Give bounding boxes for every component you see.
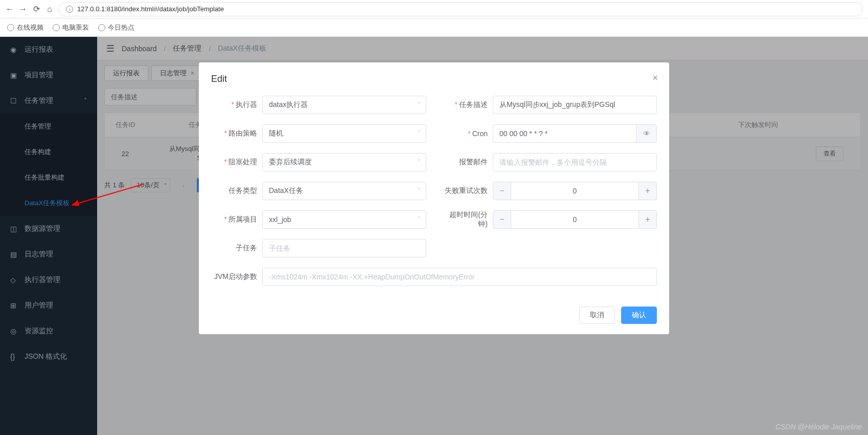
- increase-button[interactable]: +: [638, 210, 657, 229]
- modal-title: Edit: [211, 74, 657, 84]
- jvm-input[interactable]: [262, 268, 657, 286]
- label-type: 任务类型: [211, 186, 257, 195]
- label-block: *阻塞处理: [211, 158, 257, 167]
- url-text: 127.0.0.1:8180/index.html#/datax/job/job…: [77, 5, 224, 13]
- alert-input[interactable]: [493, 153, 657, 171]
- label-timeout: 超时时间(分钟): [442, 210, 488, 229]
- label-cron: *Cron: [442, 129, 488, 138]
- cancel-button[interactable]: 取消: [579, 307, 615, 324]
- block-select[interactable]: 委弃后续调度˅: [262, 153, 426, 171]
- forward-icon[interactable]: →: [18, 5, 28, 14]
- decrease-button[interactable]: −: [493, 182, 511, 200]
- decrease-button[interactable]: −: [493, 210, 511, 229]
- home-icon[interactable]: ⌂: [45, 5, 54, 14]
- subtask-select[interactable]: [262, 239, 426, 257]
- browser-navigation-bar: ← → ⟳ ⌂ i 127.0.0.1:8180/index.html#/dat…: [0, 0, 868, 18]
- timeout-value[interactable]: 0: [511, 210, 638, 229]
- eye-icon[interactable]: 👁: [636, 125, 656, 142]
- route-select[interactable]: 随机˅: [262, 124, 426, 143]
- retry-value[interactable]: 0: [511, 182, 638, 200]
- label-jvm: JVM启动参数: [211, 272, 257, 281]
- globe-icon: [98, 24, 105, 31]
- chevron-down-icon: ˅: [418, 187, 421, 194]
- label-project: *所属项目: [211, 215, 257, 224]
- info-icon: i: [66, 6, 73, 13]
- modal-close-button[interactable]: ×: [652, 73, 658, 83]
- bookmark-reinstall[interactable]: 电脑重装: [53, 23, 89, 32]
- label-alert: 报警邮件: [442, 158, 488, 167]
- globe-icon: [53, 24, 60, 31]
- type-select[interactable]: DataX任务˅: [262, 182, 426, 200]
- back-icon[interactable]: ←: [5, 5, 14, 14]
- project-select-modal[interactable]: xxl_job˅: [262, 210, 426, 229]
- chevron-down-icon: ˅: [418, 130, 421, 137]
- label-executor: *执行器: [211, 100, 257, 110]
- watermark: CSDN @Hélodie Jaqueline: [775, 423, 862, 431]
- cron-input[interactable]: 👁: [493, 124, 657, 143]
- edit-modal: Edit × *执行器 datax执行器˅ *任务描述 *路由策略 随机˅ *C…: [199, 62, 669, 334]
- bookmark-video[interactable]: 在线视频: [7, 23, 43, 32]
- label-desc: *任务描述: [442, 100, 488, 110]
- label-route: *路由策略: [211, 129, 257, 138]
- retry-stepper[interactable]: − 0 +: [493, 182, 657, 200]
- timeout-stepper[interactable]: − 0 +: [493, 210, 657, 229]
- modal-overlay[interactable]: Edit × *执行器 datax执行器˅ *任务描述 *路由策略 随机˅ *C…: [0, 37, 868, 435]
- confirm-button[interactable]: 确认: [621, 307, 657, 324]
- label-subtask: 子任务: [211, 244, 257, 253]
- label-retry: 失败重试次数: [442, 186, 488, 195]
- chevron-down-icon: ˅: [418, 216, 421, 223]
- bookmark-hot[interactable]: 今日热点: [98, 23, 134, 32]
- reload-icon[interactable]: ⟳: [32, 5, 41, 14]
- globe-icon: [7, 24, 14, 31]
- chevron-down-icon: ˅: [418, 159, 421, 166]
- bookmarks-bar: 在线视频 电脑重装 今日热点: [0, 18, 868, 37]
- executor-select[interactable]: datax执行器˅: [262, 96, 426, 114]
- desc-input[interactable]: [493, 96, 657, 114]
- url-bar[interactable]: i 127.0.0.1:8180/index.html#/datax/job/j…: [58, 2, 863, 16]
- increase-button[interactable]: +: [638, 182, 657, 200]
- chevron-down-icon: ˅: [418, 101, 421, 108]
